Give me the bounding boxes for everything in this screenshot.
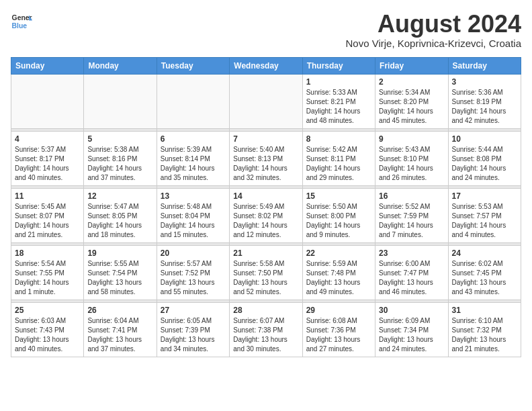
day-info: Sunrise: 5:54 AM Sunset: 7:55 PM Dayligh… bbox=[15, 259, 80, 297]
calendar-week-4: 18Sunrise: 5:54 AM Sunset: 7:55 PM Dayli… bbox=[11, 245, 521, 300]
calendar-cell: 26Sunrise: 6:04 AM Sunset: 7:41 PM Dayli… bbox=[84, 302, 157, 357]
calendar-cell: 1Sunrise: 5:33 AM Sunset: 8:21 PM Daylig… bbox=[302, 74, 375, 128]
svg-text:Blue: Blue bbox=[12, 22, 28, 30]
day-info: Sunrise: 5:44 AM Sunset: 8:08 PM Dayligh… bbox=[452, 145, 517, 183]
day-number: 7 bbox=[233, 134, 298, 144]
calendar-table: SundayMondayTuesdayWednesdayThursdayFrid… bbox=[11, 57, 521, 357]
calendar-cell: 11Sunrise: 5:45 AM Sunset: 8:07 PM Dayli… bbox=[11, 188, 84, 242]
location-title: Novo Virje, Koprivnica-Krizevci, Croatia bbox=[346, 38, 521, 49]
calendar-cell: 5Sunrise: 5:38 AM Sunset: 8:16 PM Daylig… bbox=[84, 131, 157, 185]
day-number: 23 bbox=[379, 248, 444, 258]
calendar-cell: 10Sunrise: 5:44 AM Sunset: 8:08 PM Dayli… bbox=[448, 131, 521, 185]
col-header-saturday: Saturday bbox=[448, 57, 521, 74]
calendar-cell: 24Sunrise: 6:02 AM Sunset: 7:45 PM Dayli… bbox=[448, 245, 521, 300]
day-number: 8 bbox=[306, 134, 371, 144]
logo-icon: General Blue bbox=[11, 11, 32, 32]
day-number: 28 bbox=[233, 306, 298, 315]
calendar-header-row: SundayMondayTuesdayWednesdayThursdayFrid… bbox=[11, 57, 521, 74]
day-number: 13 bbox=[161, 191, 226, 201]
day-info: Sunrise: 6:09 AM Sunset: 7:34 PM Dayligh… bbox=[379, 316, 444, 354]
calendar-cell: 20Sunrise: 5:57 AM Sunset: 7:52 PM Dayli… bbox=[157, 245, 229, 300]
day-number: 27 bbox=[161, 306, 226, 315]
day-number: 20 bbox=[161, 248, 226, 258]
day-number: 29 bbox=[306, 306, 371, 315]
day-number: 22 bbox=[306, 248, 371, 258]
calendar-cell: 6Sunrise: 5:39 AM Sunset: 8:14 PM Daylig… bbox=[157, 131, 229, 185]
day-info: Sunrise: 5:47 AM Sunset: 8:05 PM Dayligh… bbox=[87, 202, 152, 240]
month-title: August 2024 bbox=[346, 11, 521, 38]
calendar-cell: 2Sunrise: 5:34 AM Sunset: 8:20 PM Daylig… bbox=[375, 74, 448, 128]
calendar-cell: 15Sunrise: 5:50 AM Sunset: 8:00 PM Dayli… bbox=[302, 188, 375, 242]
calendar-week-3: 11Sunrise: 5:45 AM Sunset: 8:07 PM Dayli… bbox=[11, 188, 521, 242]
calendar-cell: 31Sunrise: 6:10 AM Sunset: 7:32 PM Dayli… bbox=[448, 302, 521, 357]
day-info: Sunrise: 5:53 AM Sunset: 7:57 PM Dayligh… bbox=[452, 202, 517, 240]
day-info: Sunrise: 5:39 AM Sunset: 8:14 PM Dayligh… bbox=[161, 145, 226, 183]
day-info: Sunrise: 6:10 AM Sunset: 7:32 PM Dayligh… bbox=[452, 316, 517, 354]
col-header-monday: Monday bbox=[84, 57, 157, 74]
day-number: 16 bbox=[379, 191, 444, 201]
day-info: Sunrise: 6:04 AM Sunset: 7:41 PM Dayligh… bbox=[87, 316, 152, 354]
day-info: Sunrise: 5:48 AM Sunset: 8:04 PM Dayligh… bbox=[161, 202, 226, 240]
day-number: 19 bbox=[87, 248, 152, 258]
day-info: Sunrise: 5:58 AM Sunset: 7:50 PM Dayligh… bbox=[233, 259, 298, 297]
calendar-cell: 7Sunrise: 5:40 AM Sunset: 8:13 PM Daylig… bbox=[230, 131, 302, 185]
day-number: 10 bbox=[452, 134, 517, 144]
col-header-thursday: Thursday bbox=[302, 57, 375, 74]
calendar-week-1: 1Sunrise: 5:33 AM Sunset: 8:21 PM Daylig… bbox=[11, 74, 521, 128]
day-info: Sunrise: 6:03 AM Sunset: 7:43 PM Dayligh… bbox=[15, 316, 80, 354]
day-number: 12 bbox=[87, 191, 152, 201]
day-number: 3 bbox=[452, 77, 517, 87]
day-number: 18 bbox=[15, 248, 80, 258]
calendar-cell: 13Sunrise: 5:48 AM Sunset: 8:04 PM Dayli… bbox=[157, 188, 229, 242]
calendar-cell: 23Sunrise: 6:00 AM Sunset: 7:47 PM Dayli… bbox=[375, 245, 448, 300]
day-number: 31 bbox=[452, 306, 517, 315]
day-number: 21 bbox=[233, 248, 298, 258]
day-info: Sunrise: 6:02 AM Sunset: 7:45 PM Dayligh… bbox=[452, 259, 517, 297]
day-info: Sunrise: 5:43 AM Sunset: 8:10 PM Dayligh… bbox=[379, 145, 444, 183]
day-info: Sunrise: 6:07 AM Sunset: 7:38 PM Dayligh… bbox=[233, 316, 298, 354]
calendar-cell: 22Sunrise: 5:59 AM Sunset: 7:48 PM Dayli… bbox=[302, 245, 375, 300]
day-number: 26 bbox=[87, 306, 152, 315]
calendar-cell: 19Sunrise: 5:55 AM Sunset: 7:54 PM Dayli… bbox=[84, 245, 157, 300]
calendar-cell: 14Sunrise: 5:49 AM Sunset: 8:02 PM Dayli… bbox=[230, 188, 302, 242]
col-header-tuesday: Tuesday bbox=[157, 57, 229, 74]
day-number: 4 bbox=[15, 134, 80, 144]
calendar-cell: 28Sunrise: 6:07 AM Sunset: 7:38 PM Dayli… bbox=[230, 302, 302, 357]
calendar-week-5: 25Sunrise: 6:03 AM Sunset: 7:43 PM Dayli… bbox=[11, 302, 521, 357]
calendar-cell bbox=[11, 74, 84, 128]
day-info: Sunrise: 6:08 AM Sunset: 7:36 PM Dayligh… bbox=[306, 316, 371, 354]
logo: General Blue bbox=[11, 11, 32, 32]
col-header-wednesday: Wednesday bbox=[230, 57, 302, 74]
calendar-cell: 25Sunrise: 6:03 AM Sunset: 7:43 PM Dayli… bbox=[11, 302, 84, 357]
day-info: Sunrise: 5:38 AM Sunset: 8:16 PM Dayligh… bbox=[87, 145, 152, 183]
calendar-cell: 9Sunrise: 5:43 AM Sunset: 8:10 PM Daylig… bbox=[375, 131, 448, 185]
day-info: Sunrise: 5:45 AM Sunset: 8:07 PM Dayligh… bbox=[15, 202, 80, 240]
page-header: General Blue August 2024 Novo Virje, Kop… bbox=[11, 11, 521, 49]
day-info: Sunrise: 5:50 AM Sunset: 8:00 PM Dayligh… bbox=[306, 202, 371, 240]
day-number: 5 bbox=[87, 134, 152, 144]
day-info: Sunrise: 5:42 AM Sunset: 8:11 PM Dayligh… bbox=[306, 145, 371, 183]
calendar-cell: 27Sunrise: 6:05 AM Sunset: 7:39 PM Dayli… bbox=[157, 302, 229, 357]
day-number: 24 bbox=[452, 248, 517, 258]
day-info: Sunrise: 5:34 AM Sunset: 8:20 PM Dayligh… bbox=[379, 88, 444, 126]
calendar-cell: 16Sunrise: 5:52 AM Sunset: 7:59 PM Dayli… bbox=[375, 188, 448, 242]
day-info: Sunrise: 5:33 AM Sunset: 8:21 PM Dayligh… bbox=[306, 88, 371, 126]
day-number: 17 bbox=[452, 191, 517, 201]
calendar-cell: 17Sunrise: 5:53 AM Sunset: 7:57 PM Dayli… bbox=[448, 188, 521, 242]
calendar-cell: 18Sunrise: 5:54 AM Sunset: 7:55 PM Dayli… bbox=[11, 245, 84, 300]
day-number: 30 bbox=[379, 306, 444, 315]
col-header-sunday: Sunday bbox=[11, 57, 84, 74]
day-number: 6 bbox=[161, 134, 226, 144]
calendar-cell: 12Sunrise: 5:47 AM Sunset: 8:05 PM Dayli… bbox=[84, 188, 157, 242]
calendar-cell: 4Sunrise: 5:37 AM Sunset: 8:17 PM Daylig… bbox=[11, 131, 84, 185]
day-info: Sunrise: 5:57 AM Sunset: 7:52 PM Dayligh… bbox=[161, 259, 226, 297]
calendar-cell bbox=[84, 74, 157, 128]
day-info: Sunrise: 5:55 AM Sunset: 7:54 PM Dayligh… bbox=[87, 259, 152, 297]
day-number: 1 bbox=[306, 77, 371, 87]
calendar-cell: 8Sunrise: 5:42 AM Sunset: 8:11 PM Daylig… bbox=[302, 131, 375, 185]
day-number: 14 bbox=[233, 191, 298, 201]
col-header-friday: Friday bbox=[375, 57, 448, 74]
day-info: Sunrise: 6:00 AM Sunset: 7:47 PM Dayligh… bbox=[379, 259, 444, 297]
day-info: Sunrise: 5:49 AM Sunset: 8:02 PM Dayligh… bbox=[233, 202, 298, 240]
calendar-cell bbox=[230, 74, 302, 128]
